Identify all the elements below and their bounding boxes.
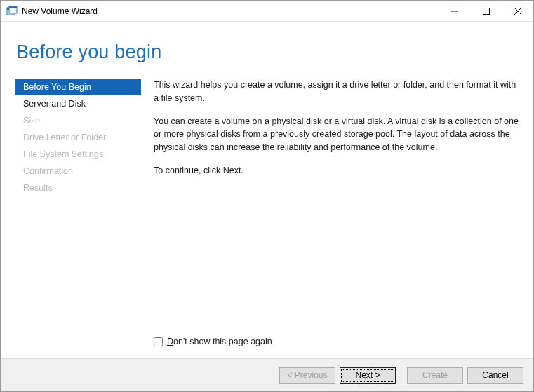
svg-line-6 <box>514 8 521 15</box>
sidebar-item-drive-letter: Drive Letter or Folder <box>15 129 141 146</box>
svg-rect-5 <box>483 8 489 14</box>
sidebar-item-confirmation: Confirmation <box>15 163 141 180</box>
svg-line-7 <box>514 8 521 15</box>
intro-paragraph-2: You can create a volume on a physical di… <box>154 115 519 154</box>
cancel-button[interactable]: Cancel <box>467 367 523 384</box>
page-header: Before you begin <box>1 22 533 67</box>
maximize-button[interactable] <box>470 1 502 21</box>
close-button[interactable] <box>502 1 533 21</box>
create-button: Create <box>407 367 463 384</box>
intro-paragraph-1: This wizard helps you create a volume, a… <box>154 79 519 105</box>
titlebar: New Volume Wizard <box>1 1 533 22</box>
sidebar-item-server-and-disk[interactable]: Server and Disk <box>15 95 141 112</box>
wizard-footer: < Previous Next > Create Cancel <box>1 358 533 391</box>
main-panel: This wizard helps you create a volume, a… <box>141 79 519 358</box>
page-title: Before you begin <box>16 41 533 63</box>
wizard-steps-sidebar: Before You Begin Server and Disk Size Dr… <box>15 79 141 358</box>
intro-paragraph-3: To continue, click Next. <box>154 164 519 177</box>
previous-button: < Previous <box>279 367 335 384</box>
dont-show-again-checkbox[interactable] <box>154 337 163 346</box>
window-controls <box>439 1 533 21</box>
content-area: Before You Begin Server and Disk Size Dr… <box>1 67 533 358</box>
sidebar-item-size: Size <box>15 112 141 129</box>
svg-rect-3 <box>9 6 17 8</box>
minimize-button[interactable] <box>439 1 470 21</box>
next-button[interactable]: Next > <box>340 367 396 384</box>
sidebar-item-file-system: File System Settings <box>15 146 141 163</box>
dont-show-again-label: Don't show this page again <box>167 335 272 349</box>
sidebar-item-results: Results <box>15 180 141 196</box>
window-title: New Volume Wizard <box>22 6 439 16</box>
dont-show-again-row[interactable]: Don't show this page again <box>154 335 519 349</box>
wizard-icon <box>6 6 18 17</box>
sidebar-item-before-you-begin[interactable]: Before You Begin <box>15 79 141 95</box>
